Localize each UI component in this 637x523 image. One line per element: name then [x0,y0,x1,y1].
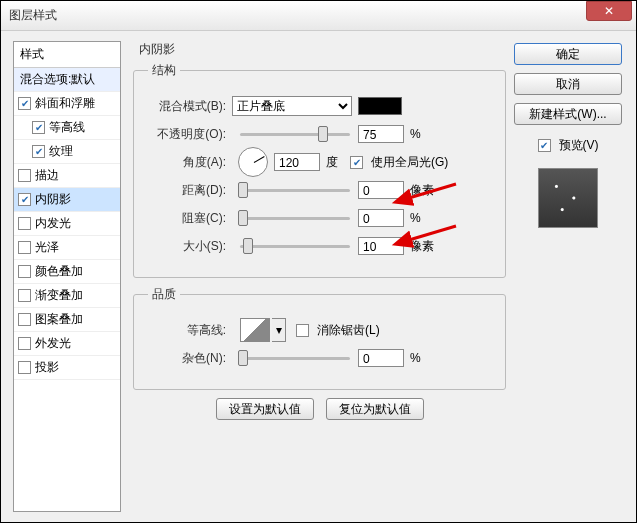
style-item-label: 光泽 [35,239,59,256]
size-slider[interactable] [240,245,350,248]
reset-default-button[interactable]: 复位为默认值 [326,398,424,420]
cancel-button[interactable]: 取消 [514,73,622,95]
style-item-4[interactable]: ✔内阴影 [14,188,120,212]
dialog-buttons: 确定 取消 新建样式(W)... ✔ 预览(V) [510,41,626,512]
quality-group: 品质 等高线: ▾ 消除锯齿(L) 杂色(N): 0 % [133,286,506,390]
style-item-label: 图案叠加 [35,311,83,328]
style-item-0[interactable]: ✔斜面和浮雕 [14,92,120,116]
choke-unit: % [410,211,450,225]
opacity-unit: % [410,127,450,141]
ok-button[interactable]: 确定 [514,43,622,65]
style-item-checkbox[interactable]: ✔ [18,193,31,206]
structure-legend: 结构 [148,62,180,79]
blend-options-default[interactable]: 混合选项:默认 [14,68,120,92]
style-item-checkbox[interactable] [18,169,31,182]
make-default-button[interactable]: 设置为默认值 [216,398,314,420]
noise-slider[interactable] [240,357,350,360]
contour-label: 等高线: [148,322,226,339]
layer-style-dialog: 图层样式 ✕ 样式 混合选项:默认 ✔斜面和浮雕✔等高线✔纹理描边✔内阴影内发光… [0,0,637,523]
style-item-checkbox[interactable] [18,289,31,302]
global-light-label: 使用全局光(G) [371,154,448,171]
distance-unit: 像素 [410,182,450,199]
style-item-checkbox[interactable] [18,313,31,326]
close-icon: ✕ [604,4,614,18]
contour-picker[interactable] [240,318,270,342]
style-item-checkbox[interactable] [18,361,31,374]
opacity-label: 不透明度(O): [148,126,226,143]
choke-label: 阻塞(C): [148,210,226,227]
style-item-checkbox[interactable]: ✔ [18,97,31,110]
noise-unit: % [410,351,450,365]
style-item-label: 渐变叠加 [35,287,83,304]
style-item-label: 外发光 [35,335,71,352]
size-label: 大小(S): [148,238,226,255]
distance-input[interactable]: 0 [358,181,404,199]
style-list-header: 样式 [14,42,120,68]
angle-label: 角度(A): [148,154,226,171]
window-title: 图层样式 [9,7,586,24]
noise-label: 杂色(N): [148,350,226,367]
angle-dial[interactable] [238,147,268,177]
blend-mode-label: 混合模式(B): [148,98,226,115]
choke-input[interactable]: 0 [358,209,404,227]
opacity-input[interactable]: 75 [358,125,404,143]
style-item-7[interactable]: 颜色叠加 [14,260,120,284]
distance-label: 距离(D): [148,182,226,199]
style-item-9[interactable]: 图案叠加 [14,308,120,332]
style-item-checkbox[interactable] [18,337,31,350]
opacity-slider[interactable] [240,133,350,136]
style-item-checkbox[interactable] [18,217,31,230]
blend-mode-select[interactable]: 正片叠底 [232,96,352,116]
style-item-8[interactable]: 渐变叠加 [14,284,120,308]
new-style-button[interactable]: 新建样式(W)... [514,103,622,125]
style-item-checkbox[interactable] [18,241,31,254]
settings-panel: 内阴影 结构 混合模式(B): 正片叠底 不透明度(O): 75 % [129,41,510,512]
style-item-label: 颜色叠加 [35,263,83,280]
style-item-3[interactable]: 描边 [14,164,120,188]
style-item-checkbox[interactable]: ✔ [32,145,45,158]
antialias-checkbox[interactable] [296,324,309,337]
style-item-2[interactable]: ✔纹理 [14,140,120,164]
style-item-checkbox[interactable]: ✔ [32,121,45,134]
preview-thumbnail [538,168,598,228]
preview-checkbox[interactable]: ✔ [538,139,551,152]
style-item-label: 斜面和浮雕 [35,95,95,112]
style-item-1[interactable]: ✔等高线 [14,116,120,140]
angle-unit: 度 [326,154,350,171]
size-unit: 像素 [410,238,450,255]
structure-group: 结构 混合模式(B): 正片叠底 不透明度(O): 75 % 角度(A): [133,62,506,278]
style-item-checkbox[interactable] [18,265,31,278]
shadow-color-swatch[interactable] [358,97,402,115]
preview-label: 预览(V) [559,137,599,154]
panel-title: 内阴影 [133,41,506,58]
style-item-10[interactable]: 外发光 [14,332,120,356]
noise-input[interactable]: 0 [358,349,404,367]
antialias-label: 消除锯齿(L) [317,322,380,339]
quality-legend: 品质 [148,286,180,303]
distance-slider[interactable] [240,189,350,192]
style-item-label: 内阴影 [35,191,71,208]
contour-dropdown-icon[interactable]: ▾ [272,318,286,342]
style-item-label: 等高线 [49,119,85,136]
close-button[interactable]: ✕ [586,1,632,21]
choke-slider[interactable] [240,217,350,220]
style-item-label: 投影 [35,359,59,376]
angle-input[interactable]: 120 [274,153,320,171]
style-item-label: 内发光 [35,215,71,232]
style-item-11[interactable]: 投影 [14,356,120,380]
style-item-5[interactable]: 内发光 [14,212,120,236]
style-list[interactable]: 样式 混合选项:默认 ✔斜面和浮雕✔等高线✔纹理描边✔内阴影内发光光泽颜色叠加渐… [13,41,121,512]
style-item-label: 描边 [35,167,59,184]
style-item-6[interactable]: 光泽 [14,236,120,260]
titlebar[interactable]: 图层样式 ✕ [1,1,636,31]
global-light-checkbox[interactable]: ✔ [350,156,363,169]
size-input[interactable]: 10 [358,237,404,255]
style-item-label: 纹理 [49,143,73,160]
